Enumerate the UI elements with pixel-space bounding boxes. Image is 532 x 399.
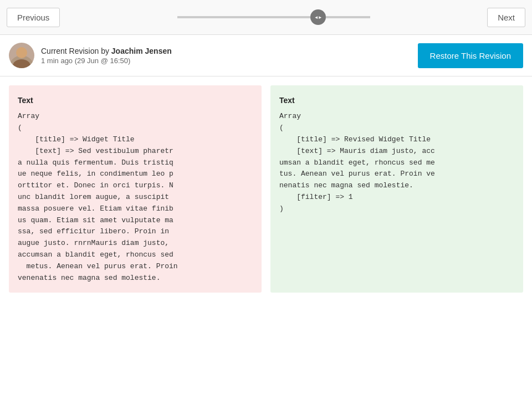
revision-label: Current Revision by	[41, 47, 111, 55]
diff-right-field-label: Text	[279, 94, 514, 106]
revision-slider-area	[60, 9, 487, 25]
diff-left-field-label: Text	[18, 94, 253, 106]
slider-segment-4	[326, 16, 370, 18]
revision-slider-track	[177, 9, 370, 25]
top-navigation-bar: Previous Next	[0, 0, 532, 35]
diff-left-content: Array ( [title] => Widget Title [text] =…	[18, 111, 253, 284]
restore-revision-button[interactable]: Restore This Revision	[418, 43, 523, 68]
avatar	[9, 43, 34, 68]
slider-handle[interactable]	[310, 9, 326, 25]
slider-segment-1	[177, 16, 222, 18]
slider-segment-3	[266, 16, 310, 18]
revision-text: Current Revision by Joachim Jensen 1 min…	[41, 47, 172, 65]
revision-author: Joachim Jensen	[111, 47, 172, 55]
diff-panel-added: Text Array ( [title] => Revised Widget T…	[270, 85, 523, 293]
diff-right-content: Array ( [title] => Revised Widget Title …	[279, 111, 514, 214]
revision-author-info: Current Revision by Joachim Jensen 1 min…	[9, 43, 172, 68]
previous-button[interactable]: Previous	[7, 8, 60, 27]
revision-info-bar: Current Revision by Joachim Jensen 1 min…	[0, 35, 532, 76]
slider-segment-2	[222, 16, 266, 18]
next-button[interactable]: Next	[487, 8, 525, 27]
diff-area: Text Array ( [title] => Widget Title [te…	[0, 76, 532, 301]
svg-point-1	[16, 47, 27, 58]
revision-time: 1 min ago (29 Jun @ 16:50)	[41, 57, 172, 65]
revision-title: Current Revision by Joachim Jensen	[41, 47, 172, 55]
diff-panel-removed: Text Array ( [title] => Widget Title [te…	[9, 85, 262, 293]
